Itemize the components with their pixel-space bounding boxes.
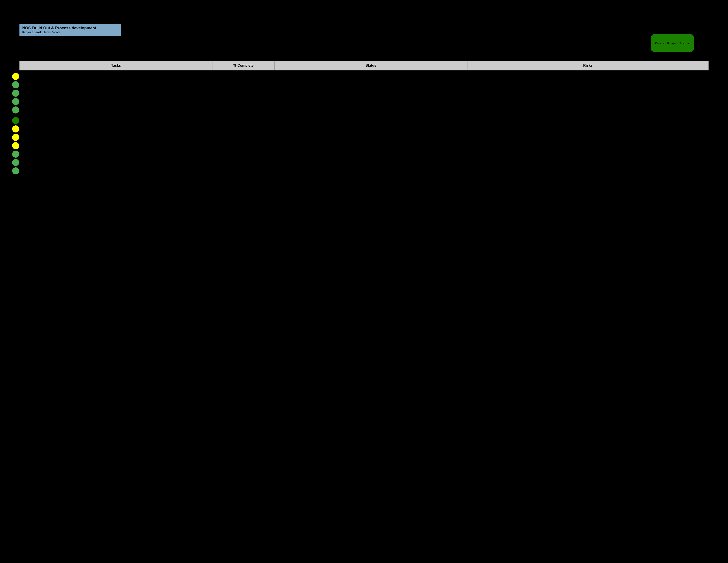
status-dot-green-light bbox=[12, 81, 19, 88]
status-dot-green-light bbox=[12, 150, 19, 158]
list-item bbox=[12, 117, 19, 124]
table-header-row: Tasks % Complete Status Risks bbox=[20, 61, 709, 70]
status-dot-green-light bbox=[12, 98, 19, 105]
main-table-container: Tasks % Complete Status Risks bbox=[19, 61, 709, 81]
project-title: NOC Build Out & Process development bbox=[22, 26, 118, 30]
list-item bbox=[12, 142, 19, 149]
overall-project-status-label: Overall Project Status bbox=[655, 41, 690, 45]
project-lead-label: Project Lead: bbox=[22, 30, 42, 34]
status-dot-green-dark bbox=[12, 117, 19, 124]
list-item bbox=[12, 134, 19, 141]
overall-project-status-button[interactable]: Overall Project Status bbox=[651, 34, 694, 52]
list-item bbox=[12, 150, 19, 158]
tasks-table: Tasks % Complete Status Risks bbox=[19, 61, 709, 81]
list-item bbox=[12, 125, 19, 132]
status-dot-green-light bbox=[12, 106, 19, 113]
list-item bbox=[12, 167, 19, 174]
project-lead-name: Derek Moore bbox=[43, 30, 61, 34]
list-item bbox=[12, 90, 19, 97]
col-header-tasks: Tasks bbox=[20, 61, 212, 70]
project-lead: Project Lead: Derek Moore bbox=[22, 30, 118, 34]
status-dot-yellow bbox=[12, 134, 19, 141]
status-dot-green-light bbox=[12, 167, 19, 174]
list-item bbox=[12, 106, 19, 113]
col-header-complete: % Complete bbox=[212, 61, 274, 70]
table-row bbox=[20, 70, 709, 81]
list-item bbox=[12, 73, 19, 80]
status-dot-yellow bbox=[12, 142, 19, 149]
list-item bbox=[12, 81, 19, 88]
status-dot-yellow bbox=[12, 125, 19, 132]
list-item bbox=[12, 159, 19, 166]
col-header-status: Status bbox=[274, 61, 467, 70]
project-header: NOC Build Out & Process development Proj… bbox=[19, 24, 121, 36]
status-dot-green-light bbox=[12, 90, 19, 97]
status-indicators-area bbox=[12, 73, 19, 174]
status-dot-green-light bbox=[12, 159, 19, 166]
status-dot-yellow bbox=[12, 73, 19, 80]
list-item bbox=[12, 98, 19, 105]
col-header-risks: Risks bbox=[467, 61, 708, 70]
